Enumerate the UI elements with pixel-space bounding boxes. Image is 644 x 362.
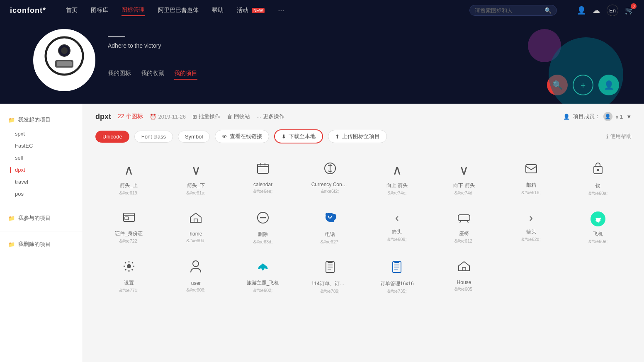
icon-cell-16[interactable]: 飞机 &#xe60e; bbox=[564, 203, 632, 251]
profile-subtitle: Adhere to the victory bbox=[108, 42, 197, 49]
icon-name-3: calendar bbox=[253, 182, 272, 187]
icon-cell-13[interactable]: ‹ 箭头 &#xe609; bbox=[364, 203, 431, 251]
icon-cell-20[interactable]: 114订单、订单... &#xe789; bbox=[296, 251, 364, 301]
cart-icon[interactable]: 🛒 0 bbox=[625, 6, 634, 15]
download-icon: ⬇ bbox=[282, 134, 286, 140]
nav-manage[interactable]: 图标管理 bbox=[122, 5, 145, 16]
view-online-btn[interactable]: 👁 查看在线链接 bbox=[215, 130, 269, 143]
members-expand-icon[interactable]: ▼ bbox=[626, 114, 632, 120]
sidebar-sub-fastec[interactable]: FastEC bbox=[0, 140, 83, 152]
icon-cell-17[interactable]: 设置 &#xe771; bbox=[95, 251, 163, 301]
icon-code-18: &#xe606; bbox=[186, 287, 205, 292]
icon-cell-5[interactable]: ∧ 向上 箭头 &#xe74c; bbox=[364, 153, 431, 203]
avatar-area bbox=[33, 29, 100, 95]
icon-name-18: user bbox=[191, 280, 201, 286]
sidebar-sub-travel[interactable]: travel bbox=[0, 176, 83, 188]
format-symbol[interactable]: Symbol bbox=[178, 131, 210, 143]
icon-cell-14[interactable]: 座椅 &#xe612; bbox=[430, 203, 498, 251]
icon-name-11: 删除 bbox=[258, 231, 268, 238]
icon-code-9: &#xe722; bbox=[119, 238, 139, 243]
icon-cell-12[interactable]: 电话 &#xe627; bbox=[296, 203, 364, 251]
icon-name-20: 114订单、订单... bbox=[311, 280, 349, 287]
icon-cell-1[interactable]: ∧ 箭头_上 &#xe619; bbox=[95, 153, 163, 203]
icon-cell-15[interactable]: › 箭头 &#xe62d; bbox=[498, 203, 565, 251]
icon-name-2: 箭头_下 bbox=[187, 182, 205, 189]
sidebar-sub-sell[interactable]: sell bbox=[0, 152, 83, 164]
icon-name-13: 箭头 bbox=[392, 228, 402, 236]
main-content: 📁 我发起的项目 spxt FastEC sell dpxt travel po… bbox=[0, 104, 644, 362]
recycle-action[interactable]: 🗑 回收站 bbox=[227, 113, 250, 120]
format-unicode[interactable]: Unicode bbox=[95, 131, 129, 143]
icon-code-17: &#xe771; bbox=[119, 288, 139, 293]
events-badge: NEW bbox=[252, 8, 265, 13]
recycle-icon: 🗑 bbox=[227, 114, 232, 120]
icon-cell-19[interactable]: 旅游主题_飞机 &#xe602; bbox=[229, 251, 296, 301]
icon-cell-22[interactable]: House &#xe605; bbox=[430, 251, 498, 301]
eye-icon: 👁 bbox=[222, 134, 227, 140]
icon-symbol-4 bbox=[324, 162, 336, 177]
icon-cell-6[interactable]: ∨ 向下 箭头 &#xe74d; bbox=[430, 153, 498, 203]
icon-cell-10[interactable]: home &#xe60d; bbox=[163, 203, 230, 251]
svg-rect-30 bbox=[328, 261, 333, 263]
icon-cell-9[interactable]: 证件_身份证 &#xe722; bbox=[95, 203, 163, 251]
icon-name-19: 旅游主题_飞机 bbox=[247, 279, 279, 287]
icon-symbol-18 bbox=[190, 260, 202, 276]
icon-cell-4[interactable]: Currency Conver... &#xe6f2; bbox=[296, 153, 364, 203]
icon-cell-18[interactable]: user &#xe606; bbox=[163, 251, 230, 301]
icon-code-15: &#xe62d; bbox=[521, 237, 540, 242]
logo[interactable]: iconfont* bbox=[10, 6, 46, 15]
top-navigation: iconfont* 首页 图标库 图标管理 阿里巴巴普惠体 帮助 活动 NEW … bbox=[0, 0, 644, 21]
sidebar-sub-pos[interactable]: pos bbox=[0, 188, 83, 200]
svg-rect-4 bbox=[57, 61, 72, 66]
icon-cell-7[interactable]: 邮箱 &#xe618; bbox=[498, 153, 565, 203]
more-action[interactable]: ··· 更多操作 bbox=[257, 113, 284, 120]
icon-code-7: &#xe618; bbox=[521, 190, 540, 195]
icon-name-5: 向上 箭头 bbox=[386, 182, 408, 189]
nav-help[interactable]: 帮助 bbox=[212, 5, 224, 16]
icon-symbol-3 bbox=[257, 162, 269, 177]
clock-icon: ⏰ bbox=[150, 114, 156, 120]
add-fab[interactable]: ＋ bbox=[573, 75, 593, 95]
nav-home[interactable]: 首页 bbox=[66, 5, 78, 16]
icon-cell-21[interactable]: 订单管理16x16 &#xe735; bbox=[364, 251, 431, 301]
icon-cell-8[interactable]: 锁 &#xe60a; bbox=[564, 153, 632, 203]
nav-library[interactable]: 图标库 bbox=[91, 5, 108, 16]
profile-username: ——— bbox=[108, 33, 197, 40]
icon-cell-2[interactable]: ∨ 箭头_下 &#xe61a; bbox=[163, 153, 230, 203]
icon-symbol-6: ∨ bbox=[459, 162, 469, 178]
nav-alibaba[interactable]: 阿里巴巴普惠体 bbox=[158, 5, 199, 16]
icon-cell-3[interactable]: calendar &#xe6ee; bbox=[229, 153, 296, 203]
tab-myproject[interactable]: 我的项目 bbox=[174, 70, 197, 80]
icon-symbol-20 bbox=[324, 260, 336, 276]
nav-more-dots[interactable]: ··· bbox=[278, 6, 284, 15]
sidebar-deleted-projects[interactable]: 📁 我删除的项目 bbox=[0, 236, 83, 252]
tab-myicons[interactable]: 我的图标 bbox=[108, 70, 131, 80]
sidebar-joined-projects[interactable]: 📁 我参与的项目 bbox=[0, 210, 83, 226]
download-btn[interactable]: ⬇ 下载至本地 bbox=[274, 129, 323, 143]
search-fab[interactable]: 🔍 bbox=[547, 75, 568, 95]
user-fab[interactable]: 👤 bbox=[598, 75, 619, 95]
sidebar-divider-1 bbox=[0, 205, 83, 205]
format-fontclass[interactable]: Font class bbox=[134, 131, 173, 143]
content-area: dpxt 22 个图标 ⏰ 2019-11-26 ⊞ 批量操作 🗑 回收站 ··… bbox=[83, 104, 644, 362]
search-input[interactable] bbox=[475, 7, 541, 14]
icon-symbol-15: › bbox=[529, 211, 533, 224]
icon-cell-11[interactable]: 删除 &#xe63d; bbox=[229, 203, 296, 251]
tab-mycollect[interactable]: 我的收藏 bbox=[141, 70, 164, 80]
svg-point-20 bbox=[326, 213, 335, 222]
sidebar-sub-spxt[interactable]: spxt bbox=[0, 128, 83, 140]
icon-code-4: &#xe6f2; bbox=[321, 189, 339, 194]
batch-action[interactable]: ⊞ 批量操作 bbox=[192, 113, 220, 120]
sidebar-my-projects[interactable]: 📁 我发起的项目 bbox=[0, 112, 83, 128]
upload-btn[interactable]: ⬆ 上传图标至项目 bbox=[328, 130, 387, 143]
sidebar-sub-dpxt[interactable]: dpxt bbox=[0, 164, 83, 176]
help-link[interactable]: ℹ 使用帮助 bbox=[606, 133, 632, 140]
upload-icon[interactable]: ☁ bbox=[593, 6, 600, 15]
user-profile-icon[interactable]: 👤 bbox=[577, 6, 586, 15]
icon-symbol-21 bbox=[391, 260, 403, 276]
icon-name-9: 证件_身份证 bbox=[115, 230, 143, 237]
icon-symbol-22 bbox=[458, 260, 470, 275]
svg-point-24 bbox=[127, 264, 131, 268]
nav-events[interactable]: 活动 NEW bbox=[237, 5, 265, 16]
language-switch[interactable]: En bbox=[607, 5, 618, 16]
